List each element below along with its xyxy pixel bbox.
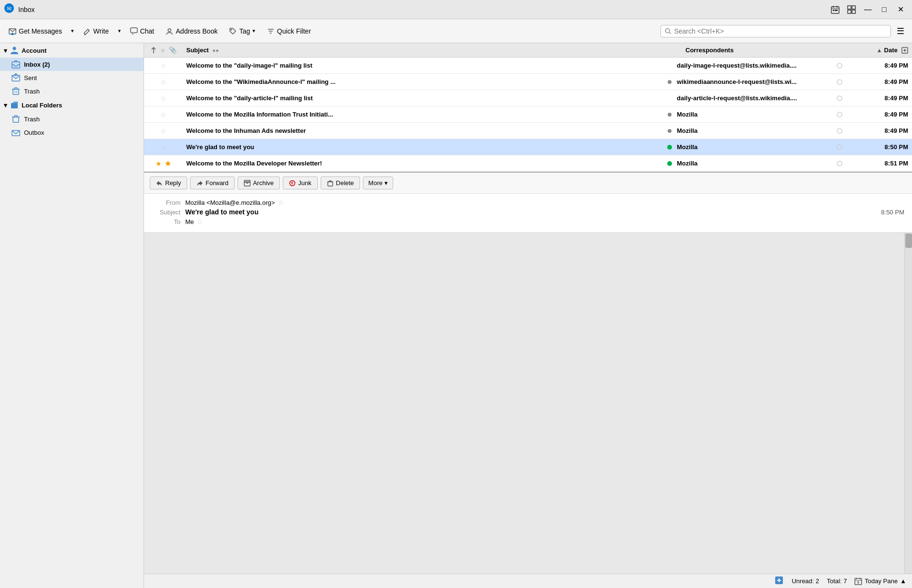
table-row[interactable]: ★ Welcome to the Mozilla Developer Newsl… xyxy=(144,155,912,172)
svg-text:✉: ✉ xyxy=(7,5,12,12)
today-pane-button[interactable]: 6 Today Pane ▲ xyxy=(854,577,906,585)
correspondent-column-header[interactable]: Correspondents xyxy=(682,47,845,54)
table-row[interactable]: ☆ Welcome to the "WikimediaAnnounce-l" m… xyxy=(144,74,912,90)
email-rows-container: ☆ Welcome to the "daily-image-l" mailing… xyxy=(144,58,912,172)
read-icon xyxy=(836,160,843,167)
email-date: 8:49 PM xyxy=(845,94,912,102)
to-label: To xyxy=(152,218,180,225)
email-subject: Welcome to the "WikimediaAnnounce-l" mai… xyxy=(182,78,666,85)
calendar-icon xyxy=(831,5,840,14)
quick-filter-button[interactable]: Quick Filter xyxy=(262,24,316,38)
thread-icon xyxy=(836,62,845,69)
svg-rect-6 xyxy=(833,10,834,11)
delete-icon xyxy=(327,180,334,187)
preview-headers: From Mozilla <Mozilla@e.mozilla.org> ☆ S… xyxy=(144,194,912,233)
calendar-icon-btn[interactable] xyxy=(828,3,843,16)
scrollbar-thumb[interactable] xyxy=(905,234,912,248)
table-row[interactable]: ☆ Welcome to the Inhuman Ads newsletter … xyxy=(144,123,912,139)
email-correspondent: wikimediaannounce-l-request@lists.wi... xyxy=(673,78,836,85)
sidebar-item-outbox[interactable]: Outbox xyxy=(0,126,144,139)
star-icon[interactable]: ☆ xyxy=(160,111,167,118)
close-button[interactable]: ✕ xyxy=(893,3,908,16)
to-row: To Me ☆ xyxy=(152,218,904,225)
star-icon[interactable]: ☆ xyxy=(160,62,167,70)
sidebar-item-account-trash[interactable]: Trash xyxy=(0,84,144,98)
table-row[interactable]: ☆ Welcome to the Mozilla Information Tru… xyxy=(144,106,912,123)
search-icon xyxy=(665,28,671,35)
star-icon[interactable]: ☆ xyxy=(160,127,167,135)
preview-scrollbar[interactable] xyxy=(904,233,912,574)
thread-icon xyxy=(836,128,845,134)
inbox-label: Inbox (2) xyxy=(24,61,50,68)
sort-icon[interactable] xyxy=(150,47,157,54)
read-icon xyxy=(836,111,843,118)
expand-icon[interactable] xyxy=(901,47,908,54)
svg-marker-52 xyxy=(165,161,171,166)
date-column-header[interactable]: ▲ Date xyxy=(845,47,912,54)
forward-icon xyxy=(196,180,203,187)
grid-icon-btn[interactable] xyxy=(844,3,859,16)
unread-count: Unread: 2 xyxy=(792,577,819,585)
email-date: 8:49 PM xyxy=(845,62,912,69)
email-date: 8:49 PM xyxy=(845,127,912,134)
svg-point-50 xyxy=(837,129,842,133)
junk-icon xyxy=(289,180,296,187)
dot-indicator xyxy=(666,161,673,166)
chat-button[interactable]: Chat xyxy=(125,24,159,38)
search-bar xyxy=(660,25,891,37)
dot-indicator xyxy=(666,113,673,117)
subject-value: We're glad to meet you xyxy=(185,208,258,216)
svg-line-15 xyxy=(88,29,89,31)
svg-rect-58 xyxy=(328,182,333,186)
search-input[interactable] xyxy=(674,27,887,35)
delete-button[interactable]: Delete xyxy=(321,176,360,189)
subject-column-header[interactable]: Subject ●● xyxy=(182,47,682,54)
sidebar: ▾ Account Inbox (2) Sent xyxy=(0,43,144,588)
svg-rect-55 xyxy=(244,180,250,182)
thunderbird-icon: ✉ xyxy=(4,3,14,13)
svg-rect-11 xyxy=(848,10,851,13)
more-button[interactable]: More ▾ xyxy=(363,176,393,189)
maximize-button[interactable]: □ xyxy=(876,3,892,16)
sidebar-item-inbox[interactable]: Inbox (2) xyxy=(0,58,144,71)
address-book-button[interactable]: Address Book xyxy=(161,24,222,38)
tag-button[interactable]: Tag ▾ xyxy=(224,24,260,38)
row-icons: ☆ xyxy=(144,78,182,86)
to-star-button[interactable]: ☆ xyxy=(197,218,203,225)
star-icon[interactable]: ★ xyxy=(156,160,162,167)
menu-button[interactable]: ☰ xyxy=(893,24,908,39)
email-subject: Welcome to the "daily-image-l" mailing l… xyxy=(182,62,666,69)
star-icon[interactable]: ☆ xyxy=(160,78,167,86)
get-messages-dropdown[interactable]: ▾ xyxy=(69,25,76,37)
forward-button[interactable]: Forward xyxy=(190,176,235,189)
table-row[interactable]: ☆ We're glad to meet you Mozilla 8:50 PM xyxy=(144,139,912,155)
preview-toolbar: Reply Forward Archive xyxy=(144,173,912,194)
get-messages-button[interactable]: Get Messages xyxy=(4,24,67,38)
minimize-button[interactable]: — xyxy=(860,3,876,16)
email-date: 8:49 PM xyxy=(845,78,912,85)
flag-column-icon[interactable]: ★ xyxy=(160,47,166,54)
reply-button[interactable]: Reply xyxy=(150,176,187,189)
app-icon: ✉ xyxy=(4,3,14,16)
row-icons: ☆ xyxy=(144,62,182,70)
special-tag-icon xyxy=(165,160,171,167)
write-dropdown[interactable]: ▾ xyxy=(116,25,123,37)
sidebar-item-sent[interactable]: Sent xyxy=(0,71,144,84)
preview-body[interactable] xyxy=(144,233,912,574)
sidebar-item-local-trash[interactable]: Trash xyxy=(0,112,144,126)
local-folders-label: Local Folders xyxy=(22,102,62,109)
star-icon[interactable]: ☆ xyxy=(160,94,167,102)
from-star-button[interactable]: ☆ xyxy=(278,199,284,206)
sidebar-account-section[interactable]: ▾ Account xyxy=(0,43,144,58)
col-icons-header: ★ 📎 xyxy=(144,47,182,54)
thread-icon xyxy=(836,79,845,85)
junk-button[interactable]: Junk xyxy=(283,176,317,189)
table-row[interactable]: ☆ Welcome to the "daily-image-l" mailing… xyxy=(144,58,912,74)
write-button[interactable]: Write xyxy=(78,24,113,38)
archive-button[interactable]: Archive xyxy=(238,176,280,189)
star-icon[interactable]: ☆ xyxy=(160,143,167,151)
table-row[interactable]: ☆ Welcome to the "daily-article-l" maili… xyxy=(144,90,912,106)
title-bar-left: ✉ Inbox xyxy=(4,3,35,16)
sidebar-local-folders-section[interactable]: ▾ Local Folders xyxy=(0,98,144,112)
row-icons: ☆ xyxy=(144,143,182,151)
